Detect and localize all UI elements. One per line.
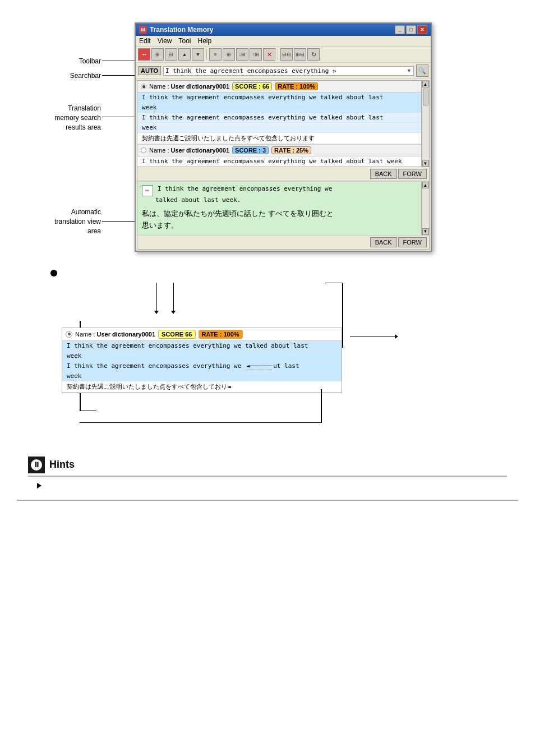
bullet-dot bbox=[50, 270, 57, 276]
hints-body bbox=[28, 481, 507, 488]
tb-btn-3[interactable]: ⊟ bbox=[165, 48, 177, 61]
tm-searchbar: AUTO I think the agreement encompasses e… bbox=[136, 63, 431, 79]
auto-trans-ja2: 思います。 bbox=[142, 220, 417, 232]
auto-badge: AUTO bbox=[138, 66, 161, 75]
result1-rate: RATE : 100% bbox=[275, 82, 318, 90]
result1-source-row: I think the agreement encompasses everyt… bbox=[137, 93, 421, 103]
auto-scroll-down[interactable]: ▼ bbox=[422, 228, 429, 235]
auto-trans-icon: ✏ bbox=[142, 185, 153, 196]
tb-btn-export[interactable]: ↑⊞ bbox=[250, 48, 262, 61]
tb-btn-import[interactable]: ↓⊞ bbox=[236, 48, 248, 61]
diagram-bottom-line bbox=[80, 422, 321, 423]
auto-back-button[interactable]: BACK bbox=[370, 237, 397, 247]
result2-name: Name : User dictionary0001 bbox=[149, 147, 229, 154]
hints-icon: ⏸ bbox=[28, 457, 45, 473]
scroll-up-arrow[interactable]: ▲ bbox=[422, 81, 429, 87]
auto-trans-en2: talked about last week. bbox=[155, 196, 417, 204]
detail-row2b: week bbox=[62, 371, 342, 381]
diag-arrow-left bbox=[154, 283, 159, 316]
detail-rate: RATE : 100% bbox=[199, 330, 243, 339]
tm-window: M Translation Memory _ □ ✕ Edit View Too… bbox=[135, 22, 432, 252]
detail-score: SCORE 66 bbox=[158, 330, 195, 339]
tb-btn-down[interactable]: ▼ bbox=[192, 48, 204, 61]
detail-radio[interactable] bbox=[66, 331, 72, 338]
results-forw-button[interactable]: FORW bbox=[398, 169, 427, 179]
hints-header: ⏸ Hints bbox=[28, 457, 507, 477]
tb-btn-2[interactable]: ⊞ bbox=[151, 48, 164, 61]
detail-row1b: week bbox=[62, 351, 342, 361]
close-button[interactable]: ✕ bbox=[417, 25, 427, 34]
diagram-right-bracket2 bbox=[321, 389, 322, 423]
searchbar-label: Searchbar bbox=[17, 72, 101, 80]
result1-radio[interactable] bbox=[141, 84, 146, 89]
tm-titlebar: M Translation Memory _ □ ✕ bbox=[136, 24, 431, 36]
result2-radio[interactable] bbox=[141, 147, 146, 153]
diag-arrow-right bbox=[171, 283, 176, 316]
menu-edit[interactable]: Edit bbox=[139, 37, 151, 45]
auto-scroll-up[interactable]: ▲ bbox=[422, 182, 429, 188]
auto-trans-content: ✏ I think the agreement encompasses ever… bbox=[137, 182, 421, 235]
search-dropdown-icon[interactable]: ▼ bbox=[407, 68, 412, 73]
right-bracket-line bbox=[342, 283, 343, 347]
result1-trans-src-row: I think the agreement encompasses everyt… bbox=[137, 113, 421, 123]
detail-row2: I think the agreement encompasses everyt… bbox=[62, 361, 342, 371]
result1-source-row2: week bbox=[137, 103, 421, 113]
menu-tool[interactable]: Tool bbox=[178, 37, 191, 45]
results-back-button[interactable]: BACK bbox=[370, 169, 397, 179]
tb-btn-grid[interactable]: ⊞ bbox=[223, 48, 235, 61]
auto-forw-button[interactable]: FORW bbox=[398, 237, 427, 247]
right-bracket-top bbox=[325, 283, 343, 283]
left-bracket-bottom-h bbox=[80, 411, 96, 411]
tb-btn-up[interactable]: ▲ bbox=[178, 48, 191, 61]
scroll-down-arrow[interactable]: ▼ bbox=[422, 160, 429, 167]
tm-window-icon: M bbox=[139, 26, 147, 34]
auto-scroll-track[interactable] bbox=[422, 188, 429, 228]
auto-trans-scrollbar[interactable]: ▲ ▼ bbox=[421, 182, 429, 235]
hints-bullet-icon bbox=[37, 483, 41, 488]
tm-content-area: Name : User dictionary0001 SCORE : 66 RA… bbox=[137, 80, 430, 250]
auto-trans-header-row: ✏ I think the agreement encompasses ever… bbox=[142, 185, 417, 196]
tm-results-label: Translationmemory searchresults area bbox=[17, 104, 101, 132]
detail-row3: 契約書は先週ご説明いたしました点をすべて包含しており◄ bbox=[62, 381, 342, 393]
menu-view[interactable]: View bbox=[158, 37, 172, 45]
result1-name: Name : User dictionary0001 bbox=[149, 83, 229, 90]
result1-score: SCORE : 66 bbox=[232, 82, 272, 90]
result2-rate: RATE : 25% bbox=[271, 146, 311, 154]
tb-btn-delete[interactable]: ✕ bbox=[263, 48, 275, 61]
bottom-separator bbox=[17, 500, 518, 501]
page-wrapper: Toolbar Searchbar Translationmemory sear… bbox=[0, 0, 535, 523]
minimize-button[interactable]: _ bbox=[395, 25, 405, 34]
result1-trans-src-row2: week bbox=[137, 123, 421, 133]
hints-icon-inner: ⏸ bbox=[31, 459, 42, 471]
result2-score: SCORE : 3 bbox=[232, 146, 269, 154]
maximize-button[interactable]: □ bbox=[406, 25, 416, 34]
diagram-container: Name : User dictionary0001 SCORE 66 RATE… bbox=[50, 283, 409, 440]
tb-btn-refresh[interactable]: ↻ bbox=[307, 48, 320, 61]
scroll-track[interactable] bbox=[422, 87, 429, 160]
detail-card-header: Name : User dictionary0001 SCORE 66 RATE… bbox=[62, 328, 342, 341]
tb-btn-paste[interactable]: ⊞⊟ bbox=[294, 48, 306, 61]
result1-trans-ja-row: 契約書は先週ご説明いたしました点をすべて包含しております bbox=[137, 133, 421, 144]
search-text: I think the agreement encompasses everyt… bbox=[165, 67, 336, 75]
hints-section: ⏸ Hints bbox=[17, 457, 518, 488]
tb-btn-copy[interactable]: ⊟⊟ bbox=[280, 48, 293, 61]
tm-toolbar: ▪▪ ⊞ ⊟ ▲ ▼ ≡ ⊞ ↓⊞ ↑⊞ ✕ ⊟⊟ ⊞⊟ ↻ bbox=[136, 47, 431, 63]
search-field[interactable]: I think the agreement encompasses everyt… bbox=[163, 66, 414, 76]
result2-header: Name : User dictionary0001 SCORE : 3 RAT… bbox=[137, 144, 421, 156]
hints-title: Hints bbox=[49, 459, 75, 471]
result1-header: Name : User dictionary0001 SCORE : 66 RA… bbox=[137, 81, 421, 93]
result2-source-row: I think the agreement encompasses everyt… bbox=[137, 156, 421, 167]
auto-trans-ja1: 私は、協定が私たちが先週頃に話した すべてを取り囲むと bbox=[142, 208, 417, 220]
scroll-thumb[interactable] bbox=[423, 89, 428, 105]
results-scrollbar[interactable]: ▲ ▼ bbox=[421, 81, 429, 167]
detail-name: Name : User dictionary0001 bbox=[75, 331, 155, 338]
tb-btn-list[interactable]: ≡ bbox=[209, 48, 222, 61]
menu-help[interactable]: Help bbox=[198, 37, 212, 45]
row1-arrow bbox=[350, 334, 398, 339]
results-section: Name : User dictionary0001 SCORE : 66 RA… bbox=[137, 81, 429, 167]
results-navigation: BACK FORW bbox=[137, 167, 429, 181]
search-go-button[interactable]: 🔍 bbox=[416, 64, 428, 77]
tb-btn-1[interactable]: ▪▪ bbox=[138, 48, 150, 61]
tm-title: Translation Memory bbox=[150, 26, 213, 34]
auto-trans-navigation: BACK FORW bbox=[137, 235, 429, 249]
